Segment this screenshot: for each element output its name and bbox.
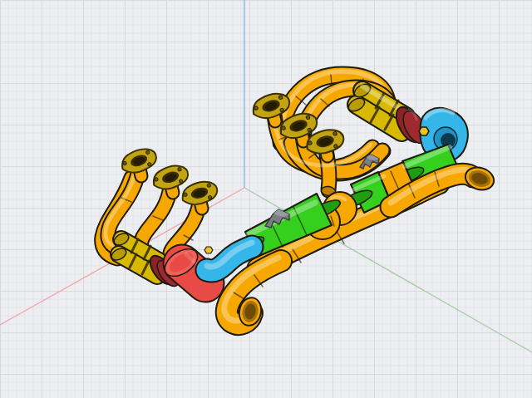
viewport-3d[interactable] [0,0,532,398]
sensor-bung [419,127,429,135]
sensor-bung [204,247,213,253]
cad-viewport-stage[interactable] [0,0,532,398]
viewport-background [0,0,532,398]
